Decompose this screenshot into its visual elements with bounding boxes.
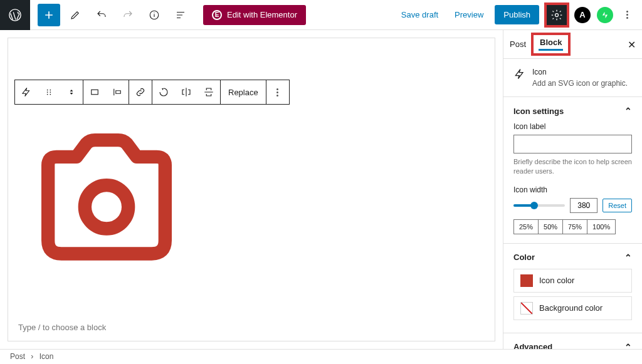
- icon-label-input[interactable]: [513, 135, 632, 153]
- preset-50[interactable]: 50%: [538, 219, 563, 234]
- svg-point-6: [50, 91, 51, 93]
- color-heading[interactable]: Color ⌃: [513, 252, 632, 263]
- justify-button[interactable]: [106, 80, 129, 104]
- block-toolbar: Replace: [14, 80, 290, 105]
- svg-point-3: [47, 90, 48, 91]
- icon-label-help: Briefly describe the icon to help screen…: [513, 157, 632, 177]
- reset-width-button[interactable]: Reset: [603, 199, 632, 212]
- breadcrumb-icon[interactable]: Icon: [39, 352, 54, 361]
- svg-point-7: [47, 94, 48, 95]
- wordpress-logo[interactable]: [0, 0, 30, 30]
- svg-point-5: [47, 91, 48, 93]
- preset-25[interactable]: 25%: [513, 219, 539, 234]
- settings-button[interactable]: [545, 4, 568, 26]
- tab-post[interactable]: Post: [503, 31, 532, 58]
- icon-width-label: Icon width: [513, 185, 632, 194]
- block-name: Icon: [532, 68, 628, 76]
- icon-color-swatch: [520, 274, 533, 287]
- icon-width-slider[interactable]: [513, 204, 565, 207]
- editor-canvas[interactable]: Replace Type / to choose a block: [8, 38, 495, 341]
- preset-100[interactable]: 100%: [587, 219, 616, 234]
- publish-button[interactable]: Publish: [495, 5, 539, 24]
- info-button[interactable]: [143, 4, 166, 26]
- edit-tool-button[interactable]: [64, 4, 87, 26]
- save-draft-button[interactable]: Save draft: [396, 6, 443, 23]
- undo-button[interactable]: [90, 4, 113, 26]
- align-button[interactable]: [83, 80, 106, 104]
- preview-button[interactable]: Preview: [450, 6, 488, 23]
- outline-button[interactable]: [169, 4, 192, 26]
- chevron-up-icon: ⌃: [624, 252, 632, 263]
- svg-rect-9: [92, 90, 98, 95]
- jetpack-icon[interactable]: [597, 7, 613, 23]
- redo-button[interactable]: [117, 4, 139, 26]
- icon-block-icon: [513, 68, 526, 80]
- edit-with-elementor-button[interactable]: E Edit with Elementor: [203, 5, 306, 25]
- flip-h-button[interactable]: [175, 80, 197, 104]
- elementor-icon: E: [212, 10, 222, 20]
- svg-point-2: [555, 13, 559, 16]
- chevron-up-icon: ⌃: [624, 106, 632, 116]
- add-block-button[interactable]: [38, 4, 60, 26]
- camera-icon[interactable]: [22, 123, 191, 274]
- block-placeholder[interactable]: Type / to choose a block: [18, 323, 106, 332]
- elementor-label: Edit with Elementor: [227, 10, 297, 19]
- icon-settings-heading[interactable]: Icon settings ⌃: [513, 106, 632, 116]
- breadcrumb: Post › Icon: [0, 349, 642, 364]
- background-color-row[interactable]: Background color: [513, 296, 632, 320]
- icon-width-input[interactable]: [570, 198, 597, 213]
- svg-point-4: [50, 90, 51, 91]
- svg-point-10: [85, 185, 128, 229]
- block-more-button[interactable]: [266, 80, 289, 104]
- rotate-button[interactable]: [152, 80, 175, 104]
- close-sidebar-button[interactable]: ✕: [628, 39, 636, 51]
- preset-75[interactable]: 75%: [562, 219, 587, 234]
- move-arrows[interactable]: [60, 80, 83, 104]
- icon-color-row[interactable]: Icon color: [513, 269, 632, 293]
- icon-label-label: Icon label: [513, 122, 632, 131]
- tab-block[interactable]: Block: [534, 35, 568, 53]
- more-options-button[interactable]: [619, 11, 634, 19]
- block-description: Add an SVG icon or graphic.: [532, 79, 628, 88]
- svg-point-8: [50, 94, 51, 95]
- flip-v-button[interactable]: [197, 80, 220, 104]
- bg-color-swatch: [520, 302, 533, 315]
- block-type-icon[interactable]: [15, 80, 38, 104]
- replace-button[interactable]: Replace: [221, 88, 266, 97]
- link-button[interactable]: [129, 80, 152, 104]
- astra-icon[interactable]: A: [574, 7, 591, 23]
- settings-sidebar: Post Block ✕ Icon Add an SVG icon or gra…: [503, 30, 642, 364]
- breadcrumb-post[interactable]: Post: [10, 352, 25, 361]
- drag-handle[interactable]: [38, 80, 60, 104]
